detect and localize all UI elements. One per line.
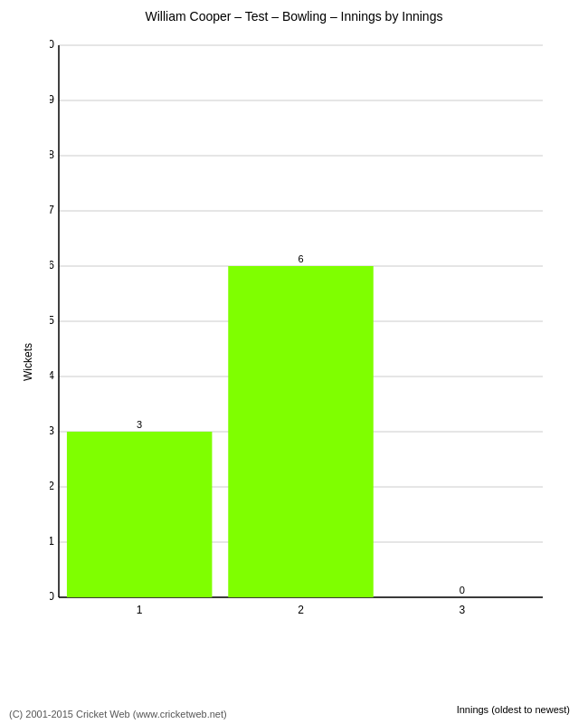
svg-text:0: 0 [50, 590, 54, 603]
chart-container: William Cooper – Test – Bowling – Inning… [0, 0, 588, 724]
svg-rect-24 [67, 432, 213, 597]
svg-text:2: 2 [298, 604, 304, 616]
svg-text:3: 3 [137, 419, 142, 430]
x-axis-label: Innings (oldest to newest) [457, 704, 570, 715]
svg-text:8: 8 [50, 148, 54, 161]
svg-text:3: 3 [50, 424, 54, 437]
svg-text:2: 2 [50, 480, 54, 492]
svg-text:7: 7 [50, 204, 54, 216]
chart-title: William Cooper – Test – Bowling – Inning… [0, 0, 588, 28]
svg-text:6: 6 [50, 259, 54, 272]
svg-text:1: 1 [50, 535, 54, 548]
svg-text:6: 6 [298, 253, 303, 264]
chart-svg: 012345678910316203 [50, 36, 570, 634]
svg-text:3: 3 [459, 604, 465, 616]
svg-text:0: 0 [460, 585, 465, 595]
svg-rect-27 [228, 266, 374, 597]
svg-text:1: 1 [137, 604, 143, 616]
svg-text:4: 4 [50, 369, 54, 382]
svg-text:5: 5 [50, 314, 54, 327]
copyright-text: (C) 2001-2015 Cricket Web (www.cricketwe… [9, 709, 227, 719]
svg-text:9: 9 [50, 93, 54, 106]
y-axis-label: Wickets [22, 343, 34, 381]
svg-text:10: 10 [50, 38, 54, 51]
